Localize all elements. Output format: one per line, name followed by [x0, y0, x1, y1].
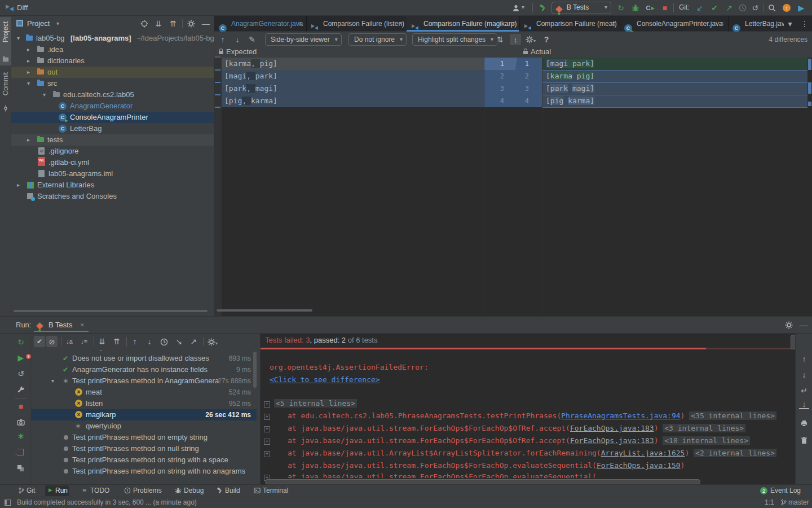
fold-plus-icon[interactable]: +: [264, 439, 270, 445]
sort-by-duration-icon[interactable]: ↓≡: [79, 336, 89, 347]
chevron-down-icon[interactable]: ▾: [51, 375, 54, 387]
toolwindow-toggle-icon[interactable]: [5, 500, 11, 506]
internal-lines-note[interactable]: <35 internal lines>: [689, 411, 776, 420]
toolwindow-debug-button[interactable]: Debug: [184, 487, 204, 494]
diff-expected-line[interactable]: [park, magi]: [222, 82, 484, 95]
diff-expected-line[interactable]: [pig, karma]: [222, 95, 484, 107]
toolwindow-todo-button[interactable]: TODO: [90, 487, 109, 494]
layout-icon[interactable]: [17, 465, 21, 469]
previous-failed-icon[interactable]: ↑: [130, 336, 140, 347]
next-difference-icon[interactable]: ↓: [232, 34, 242, 45]
diff-actual-line[interactable]: [pig karma]: [542, 95, 807, 107]
toolwindow-eventlog-button[interactable]: Event Log: [770, 487, 801, 494]
diff-actual-line[interactable]: [karma pig]: [542, 70, 807, 82]
build-hammer-icon[interactable]: [539, 4, 547, 12]
debug-icon[interactable]: [632, 4, 639, 12]
git-push-icon[interactable]: ↗: [724, 3, 734, 13]
chevron-down-icon[interactable]: ▾: [43, 89, 46, 100]
collapse-all-icon[interactable]: ⇈: [168, 19, 178, 29]
internal-lines-note[interactable]: <3 internal lines>: [663, 424, 745, 432]
close-icon[interactable]: ×: [298, 16, 302, 32]
tabs-options-icon[interactable]: ⋮: [800, 19, 810, 29]
toolwindow-build-button[interactable]: Build: [225, 487, 240, 494]
viewer-type-dropdown[interactable]: Side-by-side viewer ▾: [265, 33, 342, 46]
console-fold-line[interactable]: <5 internal lines>: [274, 399, 357, 408]
tree-row[interactable]: C AnagramGenerator: [11, 100, 214, 112]
profiler-icon[interactable]: ∗: [16, 431, 26, 441]
stop-icon[interactable]: ■: [16, 401, 26, 411]
stack-link[interactable]: ForEachOps.java:183: [570, 424, 654, 432]
test-options-gear-icon[interactable]: [208, 338, 215, 346]
internal-lines-note[interactable]: <10 internal lines>: [663, 436, 750, 445]
test-history-clock-icon[interactable]: [160, 338, 168, 346]
test-row[interactable]: Test printPhrases method on string with …: [31, 454, 257, 466]
chevron-right-icon[interactable]: ▸: [27, 44, 30, 55]
diff-actual-line[interactable]: [park magi]: [542, 82, 807, 95]
minimize-panel-icon[interactable]: —: [798, 320, 809, 330]
export-test-results-icon[interactable]: ↗: [188, 336, 198, 347]
project-view-caret-icon[interactable]: ▾: [56, 20, 59, 27]
chevron-right-icon[interactable]: ▸: [27, 134, 30, 146]
clear-console-trash-icon[interactable]: [800, 436, 808, 444]
run-panel-gear-icon[interactable]: [785, 321, 793, 329]
git-update-icon[interactable]: ↙: [695, 3, 705, 13]
toolwindow-git-button[interactable]: Git: [27, 487, 35, 494]
test-tree-vscrollbar[interactable]: [253, 352, 257, 388]
tree-row-root[interactable]: ▾ lab05-bg [lab05-anagrams] ~/IdeaProjec…: [11, 33, 214, 44]
tabs-chevron-down-icon[interactable]: ▾: [785, 19, 795, 29]
click-to-see-difference-link[interactable]: <Click to see difference>: [270, 375, 380, 384]
user-icon[interactable]: [512, 4, 520, 12]
tree-row[interactable]: lab05-anagrams.iml: [11, 168, 214, 179]
stack-link[interactable]: ArrayList.java:1625: [601, 449, 685, 457]
internal-lines-note[interactable]: <2 internal lines>: [694, 449, 776, 457]
chevron-right-icon[interactable]: ▸: [27, 55, 30, 67]
test-row-selected[interactable]: × magikarp 26 sec 412 ms: [31, 409, 257, 421]
tree-row-selected[interactable]: C ConsoleAnagramPrinter: [11, 112, 214, 123]
internal-lines-note[interactable]: <5 internal lines>: [274, 399, 357, 408]
settings-wrench-icon[interactable]: [17, 386, 25, 393]
tree-row-tests[interactable]: ▸ tests: [11, 134, 214, 146]
scroll-to-end-icon[interactable]: ↓: [799, 400, 809, 409]
next-failed-icon[interactable]: ↓: [144, 336, 155, 347]
test-row[interactable]: Test printPhrases method on empty string: [31, 432, 257, 443]
error-stripe-mark[interactable]: [808, 82, 811, 94]
tree-row[interactable]: ⊘ .gitignore: [11, 146, 214, 157]
rollback-icon[interactable]: ↺: [750, 3, 760, 13]
fold-plus-icon[interactable]: +: [264, 426, 270, 432]
stop-icon[interactable]: ■: [660, 3, 670, 13]
tab-comparison-magikarp-active[interactable]: Comparison Failure (magikarp) ×: [407, 16, 520, 32]
expand-all-icon[interactable]: ⇊: [153, 19, 164, 29]
diff-settings-gear-icon[interactable]: [526, 36, 533, 43]
project-hscrollbar[interactable]: [14, 310, 208, 312]
close-icon[interactable]: ×: [611, 16, 616, 32]
rerun-icon[interactable]: ↻: [16, 337, 26, 347]
toggle-auto-test-icon[interactable]: ↺: [16, 369, 26, 379]
tab-comparison-listen[interactable]: Comparison Failure (listen) ×: [306, 16, 407, 32]
detach-icon[interactable]: →: [17, 449, 24, 456]
collapse-unchanged-icon[interactable]: ⇅: [495, 34, 505, 45]
update-available-icon[interactable]: ↑: [783, 4, 791, 12]
collapse-all-icon[interactable]: ⇈: [112, 336, 122, 347]
scroll-down-icon[interactable]: ↓: [799, 370, 809, 380]
scroll-up-icon[interactable]: ↑: [799, 354, 809, 364]
run-config-combo[interactable]: B Tests ▾: [551, 2, 611, 14]
status-message[interactable]: Build completed successfully in 3 sec, 6…: [17, 498, 197, 506]
test-row[interactable]: ✔ Does not use or import disallowed clas…: [31, 353, 257, 364]
close-icon[interactable]: ×: [720, 16, 724, 32]
test-row[interactable]: × listen 952 ms: [31, 398, 257, 409]
test-row[interactable]: ∗ qwertyuiop: [31, 421, 257, 432]
fold-plus-icon[interactable]: +: [264, 451, 270, 457]
console-hscrollbar[interactable]: [265, 479, 700, 484]
tree-row[interactable]: C LetterBag: [11, 123, 214, 134]
tree-row[interactable]: ▸ .idea: [11, 44, 214, 55]
hide-panel-icon[interactable]: —: [201, 19, 211, 29]
git-commit-icon[interactable]: ✔: [709, 3, 720, 13]
close-icon[interactable]: ×: [80, 321, 85, 329]
tab-letterbag[interactable]: C LetterBag.jav: [728, 16, 784, 32]
test-row[interactable]: × meat 524 ms: [31, 387, 257, 398]
toolwindow-problems-button[interactable]: Problems: [133, 487, 162, 494]
snapshot-camera-icon[interactable]: [17, 418, 25, 426]
tree-row[interactable]: Scratches and Consoles: [11, 191, 214, 202]
fold-plus-icon[interactable]: +: [264, 414, 270, 420]
test-row[interactable]: Test printPhrases method on null string: [31, 443, 257, 454]
